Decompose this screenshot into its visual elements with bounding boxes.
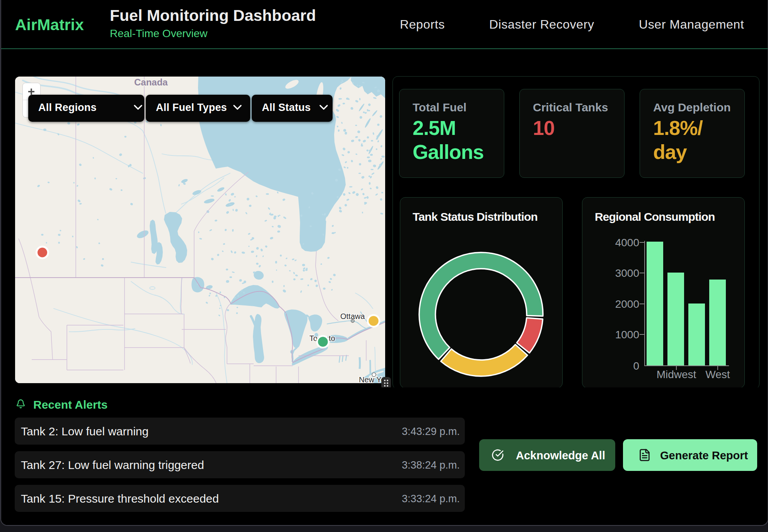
svg-text:Canada: Canada — [134, 77, 168, 87]
